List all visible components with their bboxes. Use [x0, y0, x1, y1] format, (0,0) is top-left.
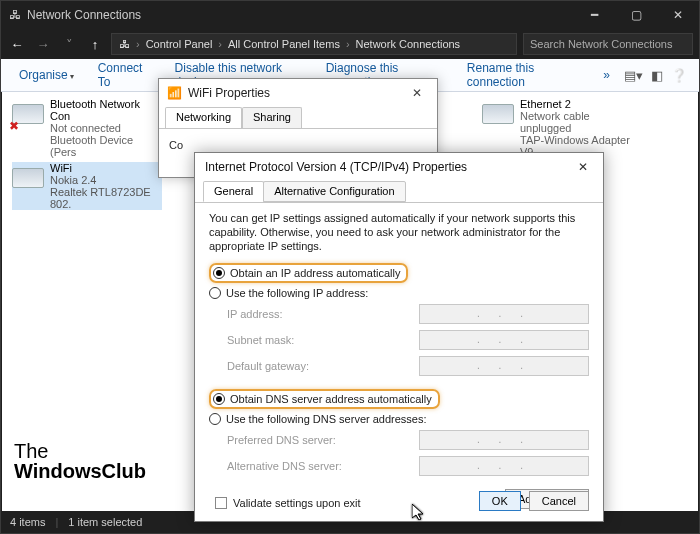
default-gateway-field: . . .: [419, 356, 589, 376]
connection-bluetooth[interactable]: ✖ Bluetooth Network Con Not connected Bl…: [12, 98, 162, 158]
ip-address-field: . . .: [419, 304, 589, 324]
connection-ethernet[interactable]: Ethernet 2 Network cable unplugged TAP-W…: [482, 98, 632, 158]
cancel-button[interactable]: Cancel: [529, 491, 589, 511]
back-icon[interactable]: ←: [7, 37, 27, 52]
dialog-title: Internet Protocol Version 4 (TCP/IPv4) P…: [205, 160, 467, 174]
dialog-titlebar[interactable]: 📶 WiFi Properties ✕: [159, 79, 437, 107]
wifi-icon: 📶: [167, 86, 182, 100]
connection-status: Network cable unplugged: [520, 110, 632, 134]
connection-device: Realtek RTL8723DE 802.: [50, 186, 162, 210]
organise-menu[interactable]: Organise▾: [9, 64, 84, 86]
tab-networking[interactable]: Networking: [165, 107, 242, 128]
radio-icon: [213, 393, 225, 405]
window-titlebar: 🖧 Network Connections ━ ▢ ✕: [1, 1, 699, 29]
validate-checkbox[interactable]: Validate settings upon exit: [209, 489, 361, 509]
breadcrumb[interactable]: Control Panel: [143, 38, 216, 50]
close-button[interactable]: ✕: [563, 153, 603, 181]
dialog-title: WiFi Properties: [188, 86, 270, 100]
breadcrumb[interactable]: Network Connections: [353, 38, 464, 50]
connection-status: Nokia 2.4: [50, 174, 162, 186]
adapter-icon: [482, 98, 514, 130]
radio-icon: [209, 287, 221, 299]
close-button[interactable]: ✕: [397, 79, 437, 107]
connect-using-label: Co: [159, 129, 437, 151]
status-selected: 1 item selected: [68, 516, 142, 528]
connection-wifi[interactable]: WiFi Nokia 2.4 Realtek RTL8723DE 802.: [12, 162, 162, 210]
preferred-dns-field: . . .: [419, 430, 589, 450]
connection-name: Ethernet 2: [520, 98, 632, 110]
view-options-icon[interactable]: ▤▾: [624, 68, 643, 83]
radio-obtain-dns-auto[interactable]: Obtain DNS server address automatically: [209, 387, 589, 411]
tab-alternative-config[interactable]: Alternative Configuration: [263, 181, 405, 202]
forward-icon[interactable]: →: [33, 37, 53, 52]
radio-use-following-ip[interactable]: Use the following IP address:: [209, 285, 589, 301]
minimize-button[interactable]: ━: [573, 1, 615, 29]
network-icon: 🖧: [9, 8, 21, 22]
intro-text: You can get IP settings assigned automat…: [209, 211, 589, 253]
radio-use-following-dns[interactable]: Use the following DNS server addresses:: [209, 411, 589, 427]
checkbox-icon: [215, 497, 227, 509]
search-input[interactable]: Search Network Connections: [523, 33, 693, 55]
connection-name: WiFi: [50, 162, 162, 174]
adapter-icon: [12, 162, 44, 194]
label-pref-dns: Preferred DNS server:: [227, 434, 336, 446]
dialog-titlebar[interactable]: Internet Protocol Version 4 (TCP/IPv4) P…: [195, 153, 603, 181]
adapter-icon: ✖: [12, 98, 44, 130]
connection-status: Not connected: [50, 122, 162, 134]
address-row: ← → ˅ ↑ 🖧 › Control Panel › All Control …: [1, 29, 699, 59]
subnet-mask-field: . . .: [419, 330, 589, 350]
connect-to-button[interactable]: Connect To: [88, 57, 161, 93]
tab-general[interactable]: General: [203, 181, 264, 202]
radio-icon: [213, 267, 225, 279]
preview-pane-icon[interactable]: ◧: [651, 68, 663, 83]
watermark: The WindowsClub: [14, 441, 146, 481]
radio-obtain-ip-auto[interactable]: Obtain an IP address automatically: [209, 261, 589, 285]
alternative-dns-field: . . .: [419, 456, 589, 476]
recent-icon[interactable]: ˅: [59, 37, 79, 52]
addr-root-icon: 🖧: [116, 38, 133, 50]
tab-sharing[interactable]: Sharing: [242, 107, 302, 128]
ipv4-properties-dialog: Internet Protocol Version 4 (TCP/IPv4) P…: [194, 152, 604, 522]
label-mask: Subnet mask:: [227, 334, 294, 346]
close-button[interactable]: ✕: [657, 1, 699, 29]
window-title: Network Connections: [27, 8, 141, 22]
label-ip: IP address:: [227, 308, 282, 320]
connection-name: Bluetooth Network Con: [50, 98, 162, 122]
maximize-button[interactable]: ▢: [615, 1, 657, 29]
help-icon[interactable]: ❔: [671, 68, 687, 83]
breadcrumb[interactable]: All Control Panel Items: [225, 38, 343, 50]
more-button[interactable]: »: [593, 64, 620, 86]
error-icon: ✖: [9, 119, 19, 133]
connection-device: Bluetooth Device (Pers: [50, 134, 162, 158]
up-icon[interactable]: ↑: [85, 37, 105, 52]
rename-button[interactable]: Rename this connection: [457, 57, 590, 93]
radio-icon: [209, 413, 221, 425]
ok-button[interactable]: OK: [479, 491, 521, 511]
label-alt-dns: Alternative DNS server:: [227, 460, 342, 472]
label-gw: Default gateway:: [227, 360, 309, 372]
status-items: 4 items: [10, 516, 45, 528]
address-bar[interactable]: 🖧 › Control Panel › All Control Panel It…: [111, 33, 517, 55]
